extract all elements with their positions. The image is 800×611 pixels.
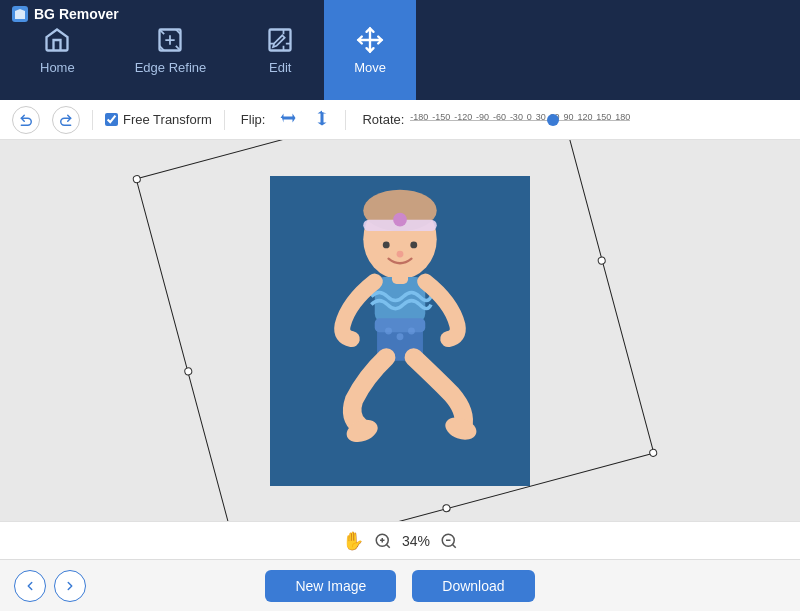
zoom-percentage: 34%	[402, 533, 430, 549]
free-transform-label-text: Free Transform	[123, 112, 212, 127]
tab-move-label: Move	[354, 60, 386, 75]
app-logo-icon	[12, 6, 28, 22]
footer-nav	[14, 570, 86, 602]
zoom-in-icon	[374, 532, 392, 550]
rotate-track-line	[410, 120, 630, 121]
svg-point-17	[442, 413, 479, 443]
toolbar-divider-3	[345, 110, 346, 130]
edit-icon	[266, 26, 294, 54]
svg-point-7	[383, 241, 390, 248]
handle-right-mid[interactable]	[597, 255, 607, 265]
zoom-out-icon	[440, 532, 458, 550]
flip-label-text: Flip:	[241, 112, 266, 127]
svg-point-15	[408, 327, 415, 334]
svg-rect-12	[375, 318, 426, 332]
app-title: BG Remover	[12, 6, 119, 22]
new-image-button[interactable]: New Image	[265, 570, 396, 602]
tab-edit[interactable]: Edit	[236, 0, 324, 100]
tab-move[interactable]: Move	[324, 0, 416, 100]
svg-point-9	[397, 250, 404, 257]
tab-edge-refine-label: Edge Refine	[135, 60, 207, 75]
download-button[interactable]: Download	[412, 570, 534, 602]
toolbar-divider-1	[92, 110, 93, 130]
svg-line-24	[453, 544, 456, 547]
toolbar: Free Transform Flip: Rotate: -180 -150 -…	[0, 100, 800, 140]
prev-icon	[23, 579, 37, 593]
rotate-slider[interactable]: -180 -150 -120 -90 -60 -30 0 30 60 90 12…	[410, 112, 630, 128]
handle-bottom-right[interactable]	[648, 447, 658, 457]
handle-bottom-mid[interactable]	[442, 503, 452, 513]
rotate-thumb[interactable]	[547, 114, 559, 126]
canvas-area[interactable]	[0, 140, 800, 521]
footer: New Image Download	[0, 559, 800, 611]
image-background	[270, 176, 530, 486]
svg-point-13	[385, 327, 392, 334]
toolbar-divider-2	[224, 110, 225, 130]
redo-button[interactable]	[52, 106, 80, 134]
handle-left-mid[interactable]	[183, 366, 193, 376]
edge-refine-icon	[156, 26, 184, 54]
undo-button[interactable]	[12, 106, 40, 134]
tab-edit-label: Edit	[269, 60, 291, 75]
svg-point-8	[410, 241, 417, 248]
free-transform-checkbox[interactable]	[105, 113, 118, 126]
handle-top-left[interactable]	[132, 174, 142, 184]
free-transform-checkbox-label[interactable]: Free Transform	[105, 112, 212, 127]
app-title-text: BG Remover	[34, 6, 119, 22]
svg-rect-18	[392, 270, 408, 284]
nav-tabs: Home Edge Refine Edit M	[10, 0, 790, 100]
flip-v-icon	[313, 109, 331, 127]
flip-vertical-button[interactable]	[311, 107, 333, 132]
next-icon	[63, 579, 77, 593]
baby-figure	[270, 176, 530, 486]
hand-tool-icon[interactable]: ✋	[342, 530, 364, 552]
tab-home-label: Home	[40, 60, 75, 75]
flip-h-icon	[279, 109, 297, 127]
rotate-label-text: Rotate:	[362, 112, 404, 127]
home-icon	[43, 26, 71, 54]
image-container	[270, 176, 530, 486]
prev-button[interactable]	[14, 570, 46, 602]
main-wrapper: Free Transform Flip: Rotate: -180 -150 -…	[0, 100, 800, 611]
move-icon	[356, 26, 384, 54]
svg-point-14	[397, 333, 404, 340]
zoom-bar: ✋ 34%	[0, 521, 800, 559]
zoom-out-button[interactable]	[440, 532, 458, 550]
svg-line-20	[386, 544, 389, 547]
flip-horizontal-button[interactable]	[277, 107, 299, 132]
header: BG Remover Home Edge Refine	[0, 0, 800, 100]
tab-edge-refine[interactable]: Edge Refine	[105, 0, 237, 100]
undo-icon	[19, 113, 33, 127]
redo-icon	[59, 113, 73, 127]
zoom-in-button[interactable]	[374, 532, 392, 550]
next-button[interactable]	[54, 570, 86, 602]
svg-point-6	[393, 212, 407, 226]
rotate-section: Rotate: -180 -150 -120 -90 -60 -30 0 30 …	[362, 112, 630, 128]
